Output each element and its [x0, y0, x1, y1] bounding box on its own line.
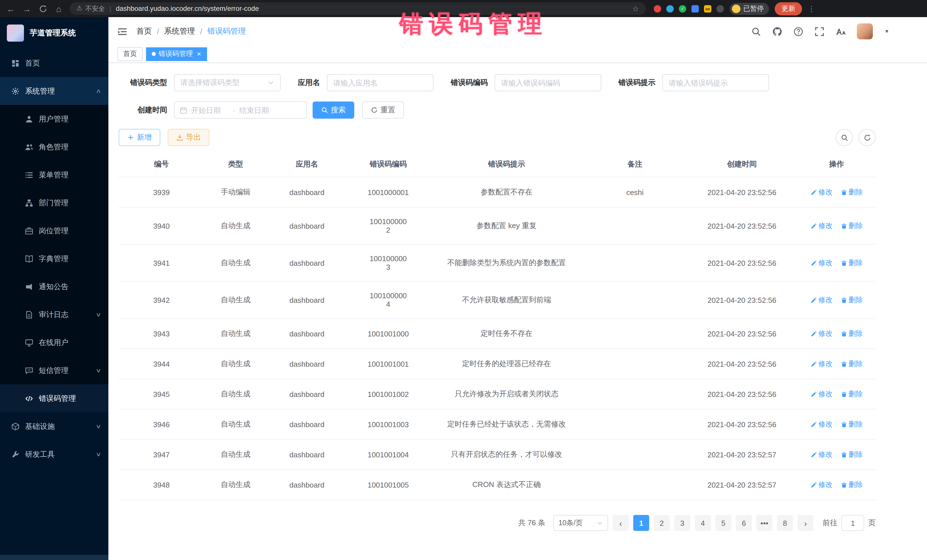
- edit-link[interactable]: 修改: [810, 389, 833, 399]
- edit-link[interactable]: 修改: [810, 419, 833, 429]
- check-extension-icon[interactable]: ✓: [679, 5, 686, 12]
- drop-extension-icon[interactable]: [666, 5, 674, 12]
- sidebar-item-user[interactable]: 用户管理: [0, 105, 108, 133]
- sidebar-item-dev-tools[interactable]: 研发工具∨: [0, 440, 108, 468]
- update-button[interactable]: 更新: [775, 2, 802, 15]
- filter-error-code: 错误码编码: [451, 74, 601, 91]
- page-button-3[interactable]: 3: [674, 515, 690, 531]
- menu-fold-icon[interactable]: [117, 27, 127, 36]
- cell-hint: 定时任务的处理器已经存在: [430, 349, 584, 379]
- breadcrumb-item[interactable]: 错误码管理: [207, 26, 246, 36]
- fullscreen-icon[interactable]: [815, 27, 824, 36]
- edit-link[interactable]: 修改: [810, 329, 833, 338]
- sidebar-item-dept[interactable]: 部门管理: [0, 189, 108, 217]
- edit-link[interactable]: 修改: [810, 221, 833, 231]
- bookmark-star-icon[interactable]: ☆: [632, 4, 639, 13]
- add-button[interactable]: 新增: [119, 129, 160, 146]
- next-page-button[interactable]: ›: [798, 515, 813, 531]
- start-date-input[interactable]: [191, 106, 229, 114]
- sidebar-item-post[interactable]: 岗位管理: [0, 217, 108, 244]
- tab-home[interactable]: 首页: [117, 47, 143, 61]
- dark-extension-icon[interactable]: [716, 5, 724, 12]
- page-button-5[interactable]: 5: [715, 515, 731, 531]
- date-range-picker[interactable]: -: [174, 102, 307, 118]
- home-nav-icon[interactable]: ⌂: [54, 4, 64, 14]
- delete-link[interactable]: 删除: [840, 221, 863, 231]
- delete-link[interactable]: 删除: [840, 359, 863, 369]
- sidebar-item-sms[interactable]: 短信管理∨: [0, 357, 108, 384]
- security-warning[interactable]: ⚠ 不安全: [76, 4, 105, 13]
- delete-link[interactable]: 删除: [840, 480, 863, 490]
- app-logo[interactable]: 芋道管理系统: [0, 17, 108, 49]
- prev-page-button[interactable]: ‹: [613, 515, 629, 531]
- delete-link[interactable]: 删除: [840, 295, 863, 305]
- search-icon[interactable]: [751, 27, 761, 36]
- page-button-8[interactable]: 8: [777, 515, 793, 531]
- search-button[interactable]: 搜索: [313, 102, 354, 118]
- page-button-2[interactable]: 2: [654, 515, 670, 531]
- sidebar-item-menu[interactable]: 菜单管理: [0, 161, 108, 189]
- chart-extension-icon[interactable]: [691, 5, 699, 12]
- close-icon[interactable]: ×: [197, 50, 201, 58]
- reload-icon[interactable]: [38, 4, 48, 13]
- more-pages-button[interactable]: •••: [757, 515, 772, 531]
- sidebar-item-online-user[interactable]: 在线用户: [0, 328, 108, 357]
- page-button-6[interactable]: 6: [736, 515, 752, 531]
- question-icon[interactable]: [793, 27, 803, 36]
- refresh-icon: [371, 107, 378, 114]
- address-bar[interactable]: ⚠ 不安全 | dashboard.yudao.iocoder.cn/syste…: [70, 2, 646, 15]
- table-row: 3947自动生成dashboard1001001004只有开启状态的任务，才可以…: [119, 439, 876, 470]
- edit-link[interactable]: 修改: [810, 450, 833, 459]
- delete-link[interactable]: 删除: [840, 450, 863, 459]
- sidebar-collapse-bar[interactable]: [0, 555, 108, 560]
- error-code-input[interactable]: [495, 74, 601, 91]
- chevron-down-icon[interactable]: ▼: [884, 29, 889, 34]
- edit-link[interactable]: 修改: [810, 295, 833, 305]
- forward-icon[interactable]: →: [22, 4, 32, 14]
- on-extension-icon[interactable]: on: [704, 5, 711, 12]
- delete-link[interactable]: 删除: [840, 187, 863, 197]
- toggle-search-button[interactable]: [836, 129, 853, 146]
- error-hint-input[interactable]: [662, 74, 769, 91]
- edit-link[interactable]: 修改: [810, 480, 833, 490]
- sidebar-item-error-code[interactable]: 错误码管理: [0, 384, 108, 412]
- goto-page-input[interactable]: [842, 515, 864, 531]
- github-icon[interactable]: [772, 27, 782, 36]
- page-size-select[interactable]: 10条/页: [553, 515, 608, 531]
- sidebar-item-audit-log[interactable]: 审计日志∨: [0, 300, 108, 328]
- edit-link[interactable]: 修改: [810, 258, 833, 268]
- delete-link[interactable]: 删除: [840, 419, 863, 429]
- browser-menu-icon[interactable]: ⋮: [808, 4, 815, 13]
- refresh-table-button[interactable]: [859, 129, 876, 146]
- page-button-1[interactable]: 1: [633, 515, 649, 531]
- breadcrumb-item[interactable]: 首页: [136, 26, 152, 36]
- edit-link[interactable]: 修改: [810, 187, 833, 197]
- sidebar-item-infra[interactable]: 基础设施∨: [0, 412, 108, 440]
- profile-chip[interactable]: 已暂停: [729, 3, 769, 15]
- app-name-input[interactable]: [327, 74, 433, 91]
- sidebar-item-role[interactable]: 角色管理: [0, 133, 108, 161]
- tab-error-code[interactable]: 错误码管理×: [146, 47, 207, 61]
- cell-time: 2021-04-20 23:52:57: [686, 470, 798, 500]
- delete-link[interactable]: 删除: [840, 389, 863, 399]
- sidebar-item-dict[interactable]: 字典管理: [0, 244, 108, 273]
- user-avatar[interactable]: [857, 23, 873, 39]
- reset-button[interactable]: 重置: [362, 102, 404, 118]
- delete-link[interactable]: 删除: [840, 329, 863, 338]
- back-icon[interactable]: ←: [6, 4, 16, 14]
- error-type-select[interactable]: 请选择错误码类型: [174, 74, 281, 91]
- sidebar-item-notice[interactable]: 通知公告: [0, 273, 108, 300]
- sidebar-item-system[interactable]: 系统管理∧: [0, 77, 108, 105]
- page-button-4[interactable]: 4: [695, 515, 711, 531]
- delete-link[interactable]: 删除: [840, 258, 863, 268]
- edit-link[interactable]: 修改: [810, 359, 833, 369]
- edit-icon: [810, 331, 817, 337]
- export-button[interactable]: 导出: [168, 129, 209, 146]
- end-date-input[interactable]: [239, 106, 277, 114]
- breadcrumb-item[interactable]: 系统管理: [164, 26, 195, 36]
- font-size-icon[interactable]: [836, 27, 845, 36]
- sidebar-item-home[interactable]: 首页: [0, 49, 108, 77]
- delete-link-label: 删除: [849, 389, 863, 399]
- edit-link-label: 修改: [818, 419, 833, 429]
- record-extension-icon[interactable]: [654, 5, 661, 12]
